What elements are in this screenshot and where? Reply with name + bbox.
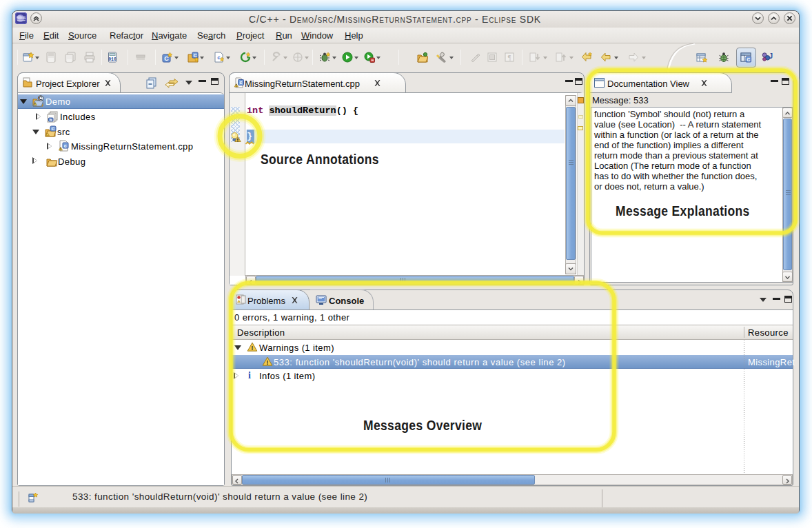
svg-text:C: C bbox=[194, 53, 197, 58]
svg-text:¶: ¶ bbox=[508, 54, 511, 61]
svg-text:!: ! bbox=[60, 147, 61, 151]
svg-text:h: h bbox=[50, 118, 52, 122]
svg-text:!: ! bbox=[251, 345, 253, 352]
svg-text:C: C bbox=[39, 95, 43, 101]
svg-text:!: ! bbox=[34, 103, 36, 106]
svg-text:c: c bbox=[240, 80, 243, 85]
svg-text:C: C bbox=[164, 55, 169, 62]
svg-text:C: C bbox=[52, 126, 55, 130]
svg-text:c: c bbox=[217, 54, 221, 61]
svg-text:C: C bbox=[747, 57, 750, 62]
svg-text:c: c bbox=[64, 143, 67, 148]
svg-text:J: J bbox=[769, 52, 773, 60]
svg-text:!: ! bbox=[266, 358, 268, 365]
svg-text:010: 010 bbox=[108, 57, 116, 62]
